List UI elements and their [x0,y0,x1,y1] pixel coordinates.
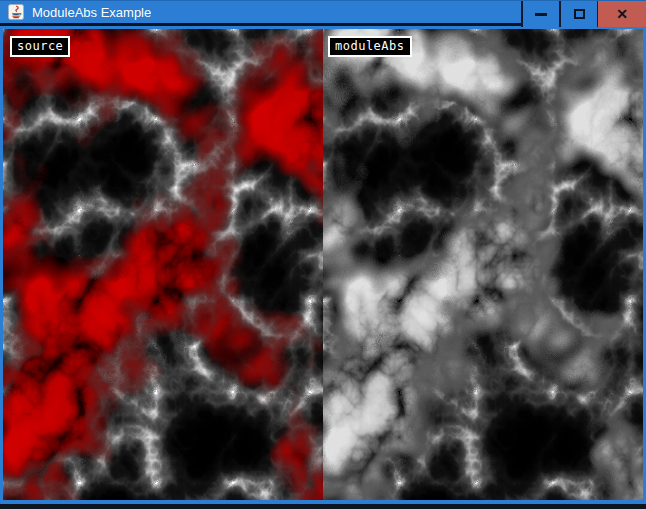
window-bottom-border [0,500,646,509]
maximize-icon [574,9,585,19]
java-app-icon [8,4,24,20]
moduleabs-panel: moduleAbs [323,29,643,500]
minimize-button[interactable] [521,1,559,27]
close-icon: ✕ [616,7,628,21]
titlebar[interactable]: ModuleAbs Example ✕ [0,0,646,26]
source-label: source [10,36,70,57]
source-noise-image [3,29,323,500]
source-panel: source [3,29,323,500]
app-window: ModuleAbs Example ✕ [0,0,646,509]
window-controls: ✕ [521,1,646,27]
window-title: ModuleAbs Example [32,5,151,20]
maximize-button[interactable] [559,1,597,27]
minimize-icon [535,13,547,16]
render-area: source [0,29,646,500]
moduleabs-label: moduleAbs [328,36,412,57]
moduleabs-noise-image [323,29,643,500]
close-button[interactable]: ✕ [597,1,646,27]
